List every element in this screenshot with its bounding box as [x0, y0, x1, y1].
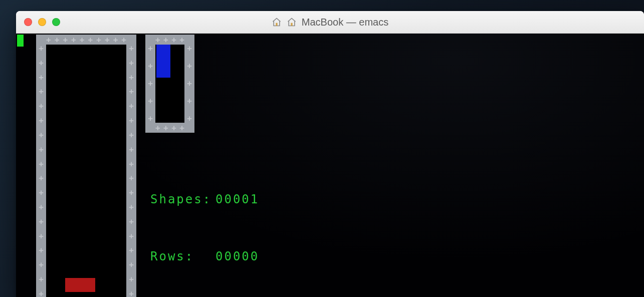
- svg-rect-1: [291, 23, 292, 26]
- stats-panel: Shapes: 00001 Rows: 00000 Score: 00006: [150, 152, 259, 297]
- terminal-body[interactable]: ++++++++++ ++++++++++++++++++ ++++++++++…: [16, 34, 644, 297]
- current-piece: [65, 278, 95, 292]
- window-title: MacBook — emacs: [302, 17, 388, 28]
- svg-rect-0: [276, 23, 277, 26]
- titlebar: MacBook — emacs: [16, 11, 644, 34]
- tetris-board[interactable]: ++++++++++ ++++++++++++++++++ ++++++++++…: [36, 35, 136, 297]
- stat-shapes: Shapes: 00001: [150, 190, 259, 209]
- board-playfield: [46, 45, 126, 297]
- traffic-lights: [24, 18, 60, 26]
- close-button[interactable]: [24, 18, 32, 26]
- next-piece-preview: ++++ ++++ +++++ +++++: [145, 35, 194, 133]
- zoom-button[interactable]: [52, 18, 60, 26]
- home-icon: [287, 17, 297, 27]
- stat-rows: Rows: 00000: [150, 247, 259, 266]
- stat-shapes-value: 00001: [216, 190, 259, 209]
- preview-area: [155, 45, 184, 123]
- cursor: [17, 35, 24, 47]
- next-piece: [156, 45, 170, 78]
- terminal-window: MacBook — emacs ++++++++++ +++++++++++++…: [16, 11, 644, 297]
- stat-rows-label: Rows:: [150, 247, 216, 266]
- minimize-button[interactable]: [38, 18, 46, 26]
- board-wall-top: ++++++++++: [36, 35, 136, 45]
- window-title-area: MacBook — emacs: [272, 17, 388, 28]
- board-wall-right: ++++++++++++++++++: [126, 35, 136, 297]
- preview-wall-left: +++++: [145, 35, 155, 133]
- stat-rows-value: 00000: [216, 247, 259, 266]
- board-wall-left: ++++++++++++++++++: [36, 35, 46, 297]
- preview-wall-right: +++++: [184, 35, 194, 133]
- home-icon: [272, 17, 282, 27]
- stat-shapes-label: Shapes:: [150, 190, 216, 209]
